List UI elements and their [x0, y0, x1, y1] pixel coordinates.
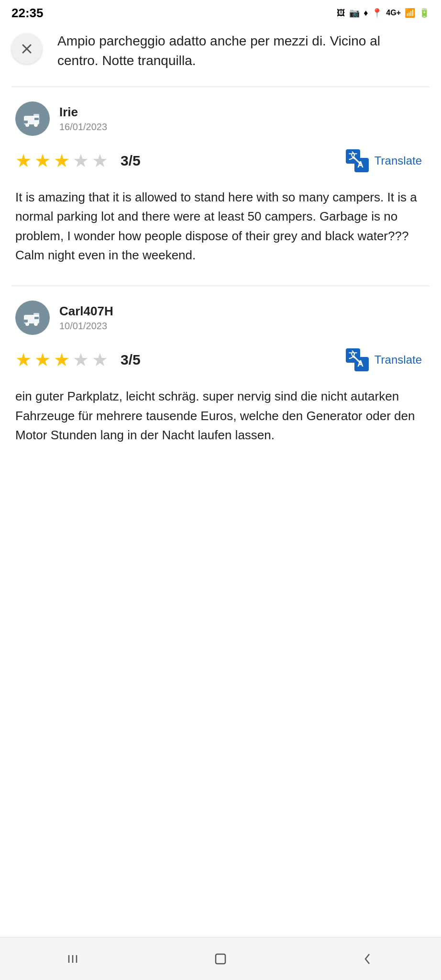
- photo-icon: 🖼: [337, 8, 345, 18]
- reviewer-info-2: Carl407H 10/01/2023: [59, 304, 113, 332]
- svg-point-4: [25, 123, 29, 127]
- svg-rect-18: [34, 317, 39, 319]
- reviewer-date-1: 16/01/2023: [59, 122, 107, 133]
- rating-row-1: ★ ★ ★ ★ ★ 3/5 文 A Translate: [15, 146, 426, 175]
- status-icons: 🖼 📷 ♦ 📍 4G+ 📶 🔋: [337, 8, 430, 18]
- location-icon: 📍: [372, 8, 382, 18]
- review-text-2: ein guter Parkplatz, leicht schräg. supe…: [15, 387, 426, 445]
- svg-rect-7: [34, 118, 39, 120]
- translate-label-1: Translate: [375, 154, 422, 167]
- svg-rect-6: [24, 121, 28, 123]
- main-content: 22:35 🖼 📷 ♦ 📍 4G+ 📶 🔋 Ampio parcheggio a…: [0, 0, 441, 504]
- reviewer-date-2: 10/01/2023: [59, 321, 113, 332]
- nav-menu-button[interactable]: [51, 946, 97, 972]
- reviewer-name-2: Carl407H: [59, 304, 113, 319]
- close-button[interactable]: [11, 33, 42, 64]
- dnd-icon: ♦: [364, 8, 368, 18]
- navigation-bar: [0, 937, 441, 980]
- divider-1: [11, 87, 430, 87]
- camera-icon: 📷: [349, 8, 360, 18]
- star-1-2: ★: [34, 150, 51, 171]
- network-bars-icon: 📶: [405, 8, 415, 18]
- star-2-3: ★: [54, 349, 70, 370]
- divider-2: [11, 286, 430, 286]
- nav-home-button[interactable]: [198, 946, 243, 972]
- svg-rect-17: [24, 320, 28, 323]
- status-bar: 22:35 🖼 📷 ♦ 📍 4G+ 📶 🔋: [0, 0, 441, 25]
- review-block-1: Irie 16/01/2023 ★ ★ ★ ★ ★ 3/5 文 A: [0, 97, 441, 276]
- stars-2: ★ ★ ★ ★ ★: [15, 349, 108, 370]
- star-2-1: ★: [15, 349, 32, 370]
- reviewer-row-1: Irie 16/01/2023: [15, 101, 426, 136]
- star-2-5: ★: [92, 349, 108, 370]
- star-1-3: ★: [54, 150, 70, 171]
- stars-1: ★ ★ ★ ★ ★: [15, 150, 108, 171]
- star-1-4: ★: [73, 150, 89, 171]
- translate-label-2: Translate: [375, 353, 422, 367]
- star-1-5: ★: [92, 150, 108, 171]
- translate-button-1[interactable]: 文 A Translate: [341, 146, 426, 175]
- svg-rect-14: [33, 313, 39, 317]
- reviewer-name-1: Irie: [59, 105, 107, 120]
- review-text-1: It is amazing that it is allowed to stan…: [15, 188, 426, 265]
- top-review-text: Ampio parcheggio adatto anche per mezzi …: [57, 32, 422, 70]
- svg-rect-27: [216, 954, 225, 964]
- translate-button-2[interactable]: 文 A Translate: [341, 345, 426, 374]
- battery-icon: 🔋: [419, 8, 430, 18]
- reviewer-info-1: Irie 16/01/2023: [59, 105, 107, 133]
- svg-point-16: [34, 322, 38, 326]
- star-2-4: ★: [73, 349, 89, 370]
- star-1-1: ★: [15, 150, 32, 171]
- svg-point-5: [34, 123, 38, 127]
- reviewer-row-2: Carl407H 10/01/2023: [15, 301, 426, 335]
- rating-row-2: ★ ★ ★ ★ ★ 3/5 文 A Translate: [15, 345, 426, 374]
- avatar-1: [15, 101, 50, 136]
- svg-rect-3: [33, 114, 39, 118]
- rating-number-1: 3/5: [121, 153, 141, 169]
- rating-number-2: 3/5: [121, 352, 141, 368]
- star-2-2: ★: [34, 349, 51, 370]
- status-time: 22:35: [11, 6, 44, 21]
- nav-back-button[interactable]: [344, 946, 390, 972]
- svg-point-15: [25, 322, 29, 326]
- signal-icon: 4G+: [386, 9, 401, 17]
- review-block-2: Carl407H 10/01/2023 ★ ★ ★ ★ ★ 3/5 文 A: [0, 296, 441, 456]
- avatar-2: [15, 301, 50, 335]
